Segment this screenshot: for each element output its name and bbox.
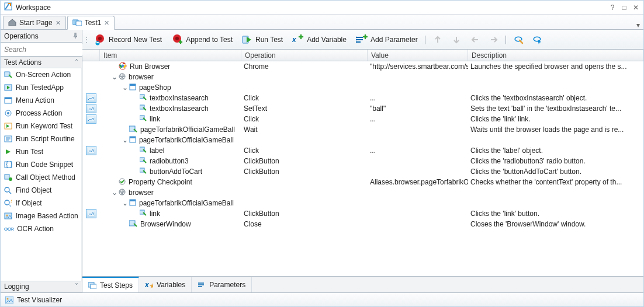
value-cell[interactable] <box>368 187 468 198</box>
operation-cell[interactable] <box>241 135 368 145</box>
search-input[interactable] <box>1 44 96 55</box>
grid-header-item[interactable]: Item <box>100 50 241 61</box>
item-cell[interactable]: BrowserWindow <box>100 219 241 229</box>
description-cell[interactable]: Checks whether the 'contentText' propert… <box>468 177 643 187</box>
item-cell[interactable]: ⌄pageShop <box>100 82 241 93</box>
thumbnail-icon[interactable] <box>86 209 96 218</box>
item-cell[interactable]: ⌄browser <box>100 72 241 82</box>
description-cell[interactable]: Clicks the 'buttonAddToCart' button. <box>468 166 643 177</box>
report-button-1[interactable] <box>510 32 527 48</box>
value-cell[interactable] <box>368 219 468 229</box>
maximize-button[interactable]: □ <box>620 4 628 12</box>
grid-header-description[interactable]: Description <box>468 50 643 61</box>
indent-button[interactable] <box>486 32 502 48</box>
grid-row[interactable]: textboxInstasearchClick...Clicks the 'te… <box>82 93 643 103</box>
op-on-screen-action[interactable]: On-Screen Action <box>1 68 81 81</box>
append-to-test-button[interactable]: Append to Test <box>168 32 236 48</box>
description-cell[interactable]: Clicks the 'link' link. <box>468 114 643 124</box>
item-cell[interactable]: ⌄pageTorfabrikOfficialGameBall <box>100 135 241 145</box>
grid-row[interactable]: pageTorfabrikOfficialGameBallWaitWaits u… <box>82 124 643 135</box>
grid-row[interactable]: buttonAddToCartClickButtonClicks the 'bu… <box>82 166 643 177</box>
item-cell[interactable]: Run Browser <box>100 61 241 72</box>
grid-row[interactable]: ⌄pageTorfabrikOfficialGameBall <box>82 135 643 145</box>
grid-row[interactable]: ⌄pageShop <box>82 82 643 93</box>
description-cell[interactable]: Clicks the 'textboxInstasearch' object. <box>468 93 643 103</box>
description-cell[interactable] <box>468 187 643 198</box>
op-run-code-snippet[interactable]: { }Run Code Snippet <box>1 158 81 171</box>
tab-start-page[interactable]: Start Page ✕ <box>3 16 66 30</box>
test-visualizer-bar[interactable]: Test Visualizer <box>1 292 643 306</box>
value-cell[interactable]: Aliases.browser.pageTorfabrikOfficialG..… <box>368 177 468 187</box>
thumbnail-icon[interactable] <box>86 104 96 113</box>
operation-cell[interactable]: ClickButton <box>241 166 368 177</box>
op-run-test[interactable]: Run Test <box>1 145 81 158</box>
run-test-button[interactable]: Run Test <box>238 32 286 48</box>
description-cell[interactable]: Launches the specified browser and opens… <box>468 61 643 72</box>
thumbnail-icon[interactable] <box>86 114 96 124</box>
grid-row[interactable]: ⌄browser <box>82 187 643 198</box>
grid-row[interactable]: Property CheckpointAliases.browser.pageT… <box>82 177 643 187</box>
value-cell[interactable] <box>368 135 468 145</box>
operation-cell[interactable] <box>241 72 368 82</box>
tab-test-steps[interactable]: Test Steps <box>82 277 139 292</box>
operation-cell[interactable]: ClickButton <box>241 208 368 219</box>
operation-cell[interactable] <box>241 82 368 93</box>
grid-row[interactable]: labelClick...Clicks the 'label' object. <box>82 145 643 156</box>
group-logging[interactable]: Logging ˅ <box>1 281 82 292</box>
operation-cell[interactable]: Wait <box>241 124 368 135</box>
description-cell[interactable]: Sets the text 'ball' in the 'textboxInst… <box>468 103 643 114</box>
description-cell[interactable] <box>468 72 643 82</box>
description-cell[interactable]: Waits until the browser loads the page a… <box>468 124 643 135</box>
value-cell[interactable] <box>368 166 468 177</box>
grid-row[interactable]: linkClick...Clicks the 'link' link. <box>82 114 643 124</box>
op-image-based-action[interactable]: Image Based Action <box>1 210 81 222</box>
outdent-button[interactable] <box>467 32 483 48</box>
operation-cell[interactable]: Click <box>241 145 368 156</box>
tab-test1[interactable]: Test1 ✕ <box>67 16 115 30</box>
op-run-testedapp[interactable]: Run TestedApp <box>1 81 81 94</box>
report-button-2[interactable] <box>529 32 545 48</box>
grid-row[interactable]: radiobutton3ClickButtonClicks the 'radio… <box>82 156 643 166</box>
close-icon[interactable]: ✕ <box>56 19 61 27</box>
move-down-button[interactable] <box>448 32 465 48</box>
op-find-object[interactable]: Find Object <box>1 184 81 197</box>
item-cell[interactable]: link <box>100 208 241 219</box>
expander-icon[interactable]: ⌄ <box>122 199 128 207</box>
move-up-button[interactable] <box>430 32 446 48</box>
grid-row[interactable]: linkClickButtonClicks the 'link' button. <box>82 208 643 219</box>
item-cell[interactable]: pageTorfabrikOfficialGameBall <box>100 124 241 135</box>
value-cell[interactable] <box>368 82 468 93</box>
op-process-action[interactable]: Process Action <box>1 107 81 120</box>
operation-cell[interactable] <box>241 177 368 187</box>
grid-row[interactable]: ⌄pageTorfabrikOfficialGameBall <box>82 198 643 208</box>
value-cell[interactable] <box>368 124 468 135</box>
value-cell[interactable]: ... <box>368 145 468 156</box>
value-cell[interactable] <box>368 198 468 208</box>
operation-cell[interactable]: Click <box>241 93 368 103</box>
operation-cell[interactable]: SetText <box>241 103 368 114</box>
op-run-keyword-test[interactable]: Run Keyword Test <box>1 120 81 132</box>
item-cell[interactable]: label <box>100 145 241 156</box>
close-button[interactable]: ✕ <box>632 4 640 12</box>
tab-variables[interactable]: x★ Variables <box>139 277 192 292</box>
add-variable-button[interactable]: x Add Variable <box>289 32 350 48</box>
item-cell[interactable]: Property Checkpoint <box>100 177 241 187</box>
item-cell[interactable]: ⌄browser <box>100 187 241 198</box>
value-cell[interactable]: ... <box>368 93 468 103</box>
item-cell[interactable]: link <box>100 114 241 124</box>
grid-row[interactable]: textboxInstasearchSetText"ball"Sets the … <box>82 103 643 114</box>
description-cell[interactable] <box>468 82 643 93</box>
close-icon[interactable]: ✕ <box>104 19 109 27</box>
tab-parameters[interactable]: Parameters <box>192 277 252 292</box>
grid-body[interactable]: Run BrowserChrome"http://services.smartb… <box>82 61 643 276</box>
value-cell[interactable] <box>368 208 468 219</box>
description-cell[interactable]: Closes the 'BrowserWindow' window. <box>468 219 643 229</box>
operation-cell[interactable]: Close <box>241 219 368 229</box>
op-if-object[interactable]: ?If Object <box>1 197 81 210</box>
expander-icon[interactable]: ⌄ <box>122 83 128 92</box>
operation-cell[interactable] <box>241 187 368 198</box>
value-cell[interactable]: "http://services.smartbear.com/sample... <box>368 61 468 72</box>
value-cell[interactable]: "ball" <box>368 103 468 114</box>
operation-cell[interactable]: Chrome <box>241 61 368 72</box>
description-cell[interactable] <box>468 198 643 208</box>
